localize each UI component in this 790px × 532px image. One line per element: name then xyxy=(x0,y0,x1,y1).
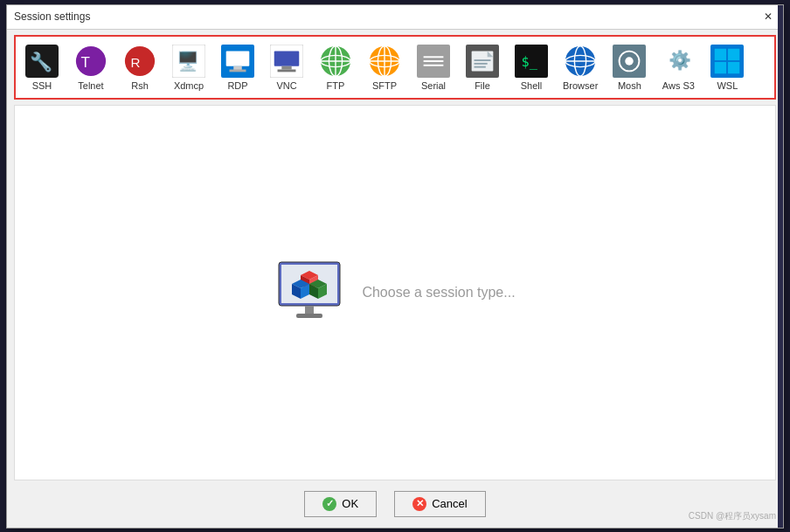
watermark: CSDN @程序员xysam xyxy=(689,510,776,522)
sftp-icon xyxy=(367,44,402,79)
svg-rect-11 xyxy=(230,69,246,72)
session-type-serial[interactable]: Serial xyxy=(409,40,458,94)
svg-rect-9 xyxy=(226,51,250,66)
svg-rect-35 xyxy=(475,66,486,67)
svg-text:$_: $_ xyxy=(522,53,538,69)
file-label: File xyxy=(475,80,490,91)
svg-rect-64 xyxy=(296,314,322,318)
session-type-mosh[interactable]: Mosh xyxy=(605,40,654,94)
monitor-icon xyxy=(274,258,344,328)
telnet-icon: T xyxy=(73,44,108,79)
title-bar: Session settings ✕ xyxy=(7,5,783,30)
rsh-icon: R xyxy=(122,44,157,79)
svg-rect-34 xyxy=(475,62,488,64)
main-content-area: Choose a session type... xyxy=(14,105,776,480)
xdmcp-icon: 🖥️ xyxy=(171,44,206,79)
session-type-ftp[interactable]: FTP xyxy=(311,40,360,94)
footer: ✓ OK ✕ Cancel xyxy=(7,480,783,528)
ssh-icon: 🔧 xyxy=(24,44,59,79)
svg-rect-51 xyxy=(728,61,739,73)
shell-label: Shell xyxy=(521,80,542,91)
svg-point-44 xyxy=(626,57,634,66)
svg-text:⚙️: ⚙️ xyxy=(669,48,692,71)
svg-rect-13 xyxy=(274,51,300,66)
session-type-ssh[interactable]: 🔧SSH xyxy=(17,40,66,94)
browser-label: Browser xyxy=(563,80,598,91)
mosh-icon xyxy=(612,44,647,79)
svg-text:T: T xyxy=(81,53,91,70)
cancel-icon: ✕ xyxy=(412,497,426,511)
session-type-rsh[interactable]: RRsh xyxy=(115,40,164,94)
placeholder-text: Choose a session type... xyxy=(362,285,515,301)
ok-icon: ✓ xyxy=(322,497,336,511)
file-icon xyxy=(465,44,500,79)
svg-rect-33 xyxy=(475,59,491,61)
svg-rect-14 xyxy=(281,66,291,69)
awss3-label: Aws S3 xyxy=(662,80,695,91)
serial-label: Serial xyxy=(421,80,446,91)
session-type-file[interactable]: File xyxy=(458,40,507,94)
dialog-title: Session settings xyxy=(14,10,90,23)
vnc-label: VNC xyxy=(276,80,296,91)
svg-text:🔧: 🔧 xyxy=(30,50,53,73)
browser-icon xyxy=(563,44,598,79)
svg-text:R: R xyxy=(131,54,141,69)
wsl-label: WSL xyxy=(717,80,738,91)
cancel-label: Cancel xyxy=(432,497,467,510)
svg-rect-15 xyxy=(278,69,296,72)
shell-icon: $_ xyxy=(514,44,549,79)
session-settings-dialog: Session settings ✕ 🔧SSHTTelnetRRsh🖥️Xdmc… xyxy=(6,4,784,529)
svg-rect-63 xyxy=(305,306,314,314)
awss3-icon: ⚙️ xyxy=(661,44,696,79)
rsh-label: Rsh xyxy=(131,80,149,91)
ok-button[interactable]: ✓ OK xyxy=(304,491,377,517)
session-type-toolbar: 🔧SSHTTelnetRRsh🖥️XdmcpRDPVNCFTPSFTPSeria… xyxy=(14,35,776,100)
rdp-icon xyxy=(220,44,255,79)
cancel-button[interactable]: ✕ Cancel xyxy=(394,491,485,517)
placeholder-area: Choose a session type... xyxy=(274,258,515,328)
ok-label: OK xyxy=(342,497,358,510)
session-type-browser[interactable]: Browser xyxy=(556,40,605,94)
session-type-vnc[interactable]: VNC xyxy=(262,40,311,94)
telnet-label: Telnet xyxy=(78,80,103,91)
svg-rect-50 xyxy=(715,61,726,73)
close-button[interactable]: ✕ xyxy=(760,9,776,24)
ssh-label: SSH xyxy=(32,80,52,91)
session-type-awss3[interactable]: ⚙️Aws S3 xyxy=(654,40,703,94)
session-type-xdmcp[interactable]: 🖥️Xdmcp xyxy=(164,40,213,94)
wsl-icon xyxy=(710,44,745,79)
session-type-shell[interactable]: $_Shell xyxy=(507,40,556,94)
session-type-telnet[interactable]: TTelnet xyxy=(66,40,115,94)
svg-text:🖥️: 🖥️ xyxy=(177,49,200,72)
rdp-label: RDP xyxy=(227,80,247,91)
sftp-label: SFTP xyxy=(372,80,397,91)
serial-icon xyxy=(416,44,451,79)
session-type-rdp[interactable]: RDP xyxy=(213,40,262,94)
ftp-label: FTP xyxy=(327,80,345,91)
session-type-wsl[interactable]: WSL xyxy=(703,40,752,94)
xdmcp-label: Xdmcp xyxy=(174,80,204,91)
ftp-icon xyxy=(318,44,353,79)
mosh-label: Mosh xyxy=(618,80,641,91)
vnc-icon xyxy=(269,44,304,79)
svg-rect-49 xyxy=(728,48,739,59)
svg-rect-48 xyxy=(715,48,726,59)
right-edge-decoration xyxy=(778,5,783,528)
session-type-sftp[interactable]: SFTP xyxy=(360,40,409,94)
